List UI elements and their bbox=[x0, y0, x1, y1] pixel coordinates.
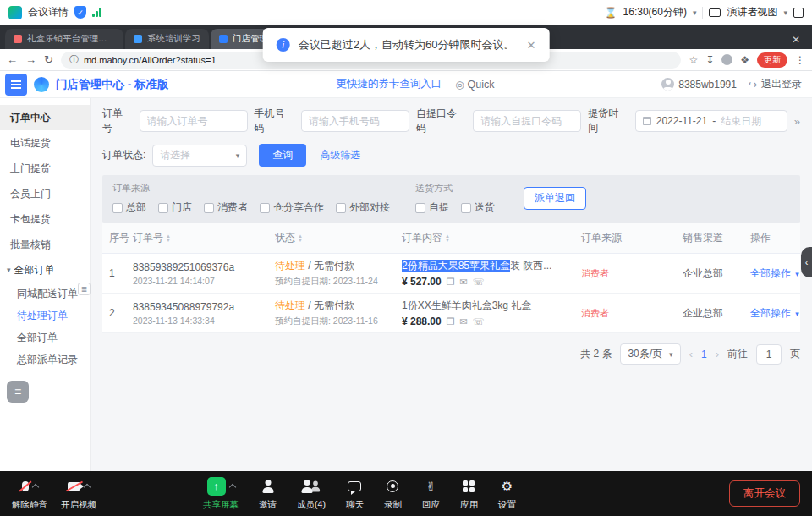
browser-tab[interactable]: 系统培训学习 bbox=[125, 29, 209, 49]
checkbox-store[interactable]: 门店 bbox=[158, 200, 192, 215]
row-action-dropdown[interactable]: 全部操作 ▾ bbox=[750, 266, 800, 281]
order-no-input[interactable] bbox=[140, 110, 248, 132]
sidebar-item-member-visit[interactable]: 会员上门 bbox=[0, 181, 90, 206]
checkbox-warehouse-coop[interactable]: 仓分享合作 bbox=[260, 200, 324, 215]
leave-meeting-button[interactable]: 离开会议 bbox=[729, 480, 800, 507]
network-signal-icon[interactable] bbox=[92, 8, 102, 17]
share-options-caret-icon[interactable] bbox=[228, 484, 235, 491]
settings-button[interactable]: ⚙ 设置 bbox=[498, 477, 516, 511]
meeting-toolbar: 解除静音 开启视频 ↑ 共享屏幕 邀请 成员(4) 聊天 录制 ✌ 回 bbox=[0, 471, 812, 516]
checkbox-icon bbox=[336, 203, 346, 213]
order-status-select[interactable]: 请选择 ▾ bbox=[152, 145, 247, 167]
bookmark-star-icon[interactable]: ☆ bbox=[689, 54, 698, 66]
order-number: 83859345088979792a bbox=[133, 301, 275, 313]
sidebar-item-pending-orders[interactable]: 待处理订单 bbox=[0, 305, 90, 327]
site-info-icon[interactable]: ⓘ bbox=[69, 53, 79, 66]
mic-options-caret-icon[interactable] bbox=[31, 484, 38, 491]
record-button[interactable]: 录制 bbox=[384, 477, 402, 511]
sidebar-item-hq-dispatch-log[interactable]: 总部派单记录 bbox=[0, 349, 90, 371]
apps-button[interactable]: 应用 bbox=[460, 477, 478, 511]
coupon-query-link[interactable]: 更快捷的券卡查询入口 bbox=[336, 77, 442, 91]
floating-toolbar-button[interactable]: ≡ bbox=[7, 381, 29, 403]
date-range-picker[interactable]: 2022-11-21 - 结束日期 bbox=[635, 110, 787, 132]
collapse-panel-handle[interactable]: ‹ bbox=[801, 247, 812, 277]
next-page-icon[interactable]: › bbox=[716, 348, 719, 360]
sort-icon[interactable]: ▲▼ bbox=[166, 234, 171, 242]
message-icon[interactable]: ✉ bbox=[460, 316, 468, 327]
video-options-caret-icon[interactable] bbox=[84, 484, 91, 491]
collapse-filters-icon[interactable]: » bbox=[794, 115, 800, 128]
chevron-down-icon: ▾ bbox=[669, 350, 673, 359]
forward-icon[interactable]: → bbox=[25, 53, 36, 66]
page-size-select[interactable]: 30条/页 ▾ bbox=[620, 343, 680, 365]
back-icon[interactable]: ← bbox=[7, 53, 18, 66]
browser-update-button[interactable]: 更新 bbox=[757, 52, 787, 68]
user-account[interactable]: 8385wb1991 bbox=[661, 78, 737, 91]
checkbox-delivery[interactable]: 送货 bbox=[461, 200, 495, 215]
invite-button[interactable]: 邀请 bbox=[259, 477, 277, 511]
search-button[interactable]: 查询 bbox=[259, 144, 306, 167]
window-close-icon[interactable]: ✕ bbox=[785, 34, 807, 49]
chat-button[interactable]: 聊天 bbox=[346, 477, 364, 511]
sort-icon[interactable]: ▲▼ bbox=[298, 234, 303, 242]
row-action-dropdown[interactable]: 全部操作 ▾ bbox=[750, 306, 800, 321]
sidebar-item-card-pickup[interactable]: 卡包提货 bbox=[0, 206, 90, 232]
logout-button[interactable]: ↪ 退出登录 bbox=[749, 77, 802, 91]
menu-kebab-icon[interactable]: ⋮ bbox=[795, 54, 805, 66]
security-shield-icon[interactable]: ✓ bbox=[74, 6, 86, 19]
view-mode-caret-icon[interactable]: ▾ bbox=[783, 8, 787, 17]
prev-page-icon[interactable]: ‹ bbox=[689, 348, 693, 360]
sidebar-collapse-icon[interactable]: ≣ bbox=[78, 283, 91, 295]
header-order-no[interactable]: 订单号▲▼ bbox=[133, 231, 275, 245]
timer-caret-icon[interactable]: ▾ bbox=[693, 8, 697, 17]
checkbox-hq[interactable]: 总部 bbox=[112, 200, 146, 215]
current-page[interactable]: 1 bbox=[701, 349, 707, 360]
unmute-button[interactable]: 解除静音 bbox=[12, 477, 47, 511]
sidebar-item-batch-verify[interactable]: 批量核销 bbox=[0, 232, 90, 257]
phone-input[interactable] bbox=[301, 110, 409, 132]
advanced-filter-link[interactable]: 高级筛选 bbox=[320, 148, 360, 162]
total-count: 共 2 条 bbox=[580, 347, 612, 361]
reactions-button[interactable]: ✌ 回应 bbox=[422, 477, 440, 511]
view-mode-selector[interactable]: 演讲者视图 bbox=[727, 5, 777, 19]
checkbox-icon bbox=[260, 203, 270, 213]
sidebar-group-all-orders[interactable]: ▾ 全部订单 bbox=[0, 257, 90, 283]
refresh-icon[interactable]: ↻ bbox=[44, 53, 53, 66]
share-screen-button[interactable]: ↑ 共享屏幕 bbox=[203, 477, 239, 511]
sidebar-item-phone-pickup[interactable]: 电话提货 bbox=[0, 130, 90, 156]
checkbox-consumer[interactable]: 消费者 bbox=[204, 200, 248, 215]
sidebar-item-door-pickup[interactable]: 上门提货 bbox=[0, 156, 90, 181]
pickup-code-input[interactable] bbox=[473, 110, 581, 132]
browser-tab[interactable]: 礼盒乐销平台管理中心 bbox=[5, 29, 123, 49]
phone-icon[interactable]: ☏ bbox=[473, 316, 485, 327]
meeting-timer[interactable]: 16:30(60分钟) bbox=[623, 5, 687, 19]
sidebar-item-city-delivery[interactable]: 同城配送订单 bbox=[0, 283, 90, 305]
extensions-icon[interactable]: ❖ bbox=[740, 54, 749, 66]
sort-icon[interactable]: ▲▼ bbox=[445, 234, 450, 242]
members-button[interactable]: 成员(4) bbox=[297, 477, 326, 511]
start-video-button[interactable]: 开启视频 bbox=[61, 477, 96, 511]
order-price: ¥ 527.00 bbox=[402, 276, 442, 288]
quick-label[interactable]: Quick bbox=[468, 79, 495, 91]
checkbox-self-pickup[interactable]: 自提 bbox=[415, 200, 449, 215]
toast-close-icon[interactable]: ✕ bbox=[526, 39, 535, 52]
header-content[interactable]: 订单内容▲▼ bbox=[402, 231, 581, 245]
message-icon[interactable]: ✉ bbox=[460, 277, 468, 288]
copy-icon[interactable]: ❐ bbox=[447, 316, 455, 327]
sidebar-item-all-orders[interactable]: 全部订单 bbox=[0, 327, 90, 349]
header-status[interactable]: 状态▲▼ bbox=[275, 231, 402, 245]
fullscreen-icon[interactable] bbox=[793, 8, 804, 18]
meeting-details-link[interactable]: 会议详情 bbox=[28, 5, 69, 19]
menu-burger-button[interactable] bbox=[5, 74, 27, 96]
dispatch-return-button[interactable]: 派单退回 bbox=[524, 187, 586, 210]
checkbox-external[interactable]: 外部对接 bbox=[336, 200, 390, 215]
sidebar-section-order-center: 订单中心 bbox=[0, 105, 90, 130]
phone-icon[interactable]: ☏ bbox=[473, 277, 485, 288]
copy-icon[interactable]: ❐ bbox=[447, 277, 455, 288]
header-action: 操作 bbox=[750, 231, 800, 245]
download-icon[interactable]: ↧ bbox=[705, 54, 714, 66]
browser-profile-icon[interactable] bbox=[721, 54, 732, 65]
selected-text: 2份精品大果85苹果礼盒 bbox=[402, 260, 510, 272]
goto-page-input[interactable] bbox=[756, 344, 782, 365]
tab-title: 礼盒乐销平台管理中心 bbox=[27, 33, 115, 45]
